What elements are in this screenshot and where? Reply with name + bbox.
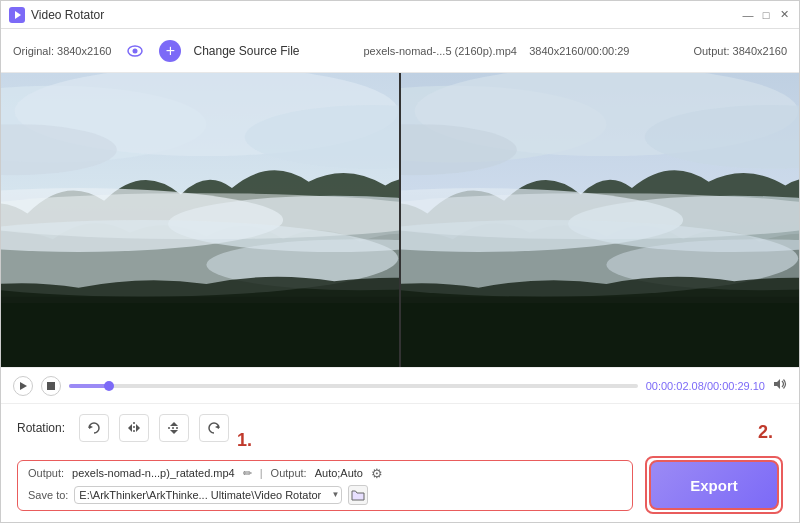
- output-filename-value: pexels-nomad-n...p)_ratated.mp4: [72, 467, 235, 479]
- svg-marker-32: [170, 422, 178, 426]
- output-format-key: Output:: [271, 467, 307, 479]
- format-settings-button[interactable]: ⚙: [371, 466, 383, 481]
- close-button[interactable]: ✕: [777, 8, 791, 22]
- rotate-left-button[interactable]: [79, 414, 109, 442]
- open-folder-button[interactable]: [348, 485, 368, 505]
- svg-marker-34: [215, 425, 219, 429]
- svg-marker-27: [89, 425, 93, 429]
- minimize-button[interactable]: —: [741, 8, 755, 22]
- save-path-wrapper: E:\ArkThinker\ArkThinke... Ultimate\Vide…: [74, 486, 342, 504]
- flip-horizontal-button[interactable]: [119, 414, 149, 442]
- toggle-visibility-button[interactable]: [123, 39, 147, 63]
- add-file-button[interactable]: +: [159, 40, 181, 62]
- original-preview-panel: [1, 73, 399, 367]
- rotate-right-button[interactable]: [199, 414, 229, 442]
- svg-marker-33: [170, 430, 178, 434]
- svg-marker-30: [136, 424, 140, 432]
- step-1-label: 1.: [237, 430, 252, 451]
- file-info: pexels-nomad-...5 (2160p).mp4 3840x2160/…: [312, 45, 682, 57]
- app-icon: [9, 7, 25, 23]
- svg-rect-24: [401, 297, 799, 367]
- title-bar-left: Video Rotator: [9, 7, 104, 23]
- play-button[interactable]: [13, 376, 33, 396]
- title-bar: Video Rotator — □ ✕: [1, 1, 799, 29]
- svg-marker-29: [128, 424, 132, 432]
- stop-button[interactable]: [41, 376, 61, 396]
- change-source-button[interactable]: Change Source File: [193, 44, 299, 58]
- main-window: Video Rotator — □ ✕ Original: 3840x2160 …: [0, 0, 800, 523]
- svg-marker-25: [20, 382, 27, 390]
- output-filename-key: Output:: [28, 467, 64, 479]
- svg-rect-13: [1, 297, 399, 367]
- output-settings-box: Output: pexels-nomad-n...p)_ratated.mp4 …: [17, 460, 633, 511]
- original-label: Original: 3840x2160: [13, 45, 111, 57]
- save-to-row: Save to: E:\ArkThinker\ArkThinke... Ulti…: [28, 485, 622, 505]
- window-controls: — □ ✕: [741, 8, 791, 22]
- output-format-value: Auto;Auto: [315, 467, 363, 479]
- save-to-key: Save to:: [28, 489, 68, 501]
- app-title: Video Rotator: [31, 8, 104, 22]
- flip-vertical-button[interactable]: [159, 414, 189, 442]
- progress-track[interactable]: [69, 384, 638, 388]
- svg-point-2: [133, 48, 138, 53]
- toolbar: Original: 3840x2160 + Change Source File…: [1, 29, 799, 73]
- rotation-controls-area: Rotation:: [1, 403, 799, 456]
- step-2-label: 2.: [758, 422, 773, 443]
- rotation-label: Rotation:: [17, 421, 65, 435]
- edit-filename-button[interactable]: ✏: [243, 467, 252, 480]
- preview-area: [1, 73, 799, 367]
- export-button[interactable]: Export: [649, 460, 779, 510]
- output-preview-panel: [401, 73, 799, 367]
- playback-bar: 00:00:02.08/00:00:29.10: [1, 367, 799, 403]
- output-filename-row: Output: pexels-nomad-n...p)_ratated.mp4 …: [28, 466, 622, 481]
- maximize-button[interactable]: □: [759, 8, 773, 22]
- volume-button[interactable]: [773, 378, 787, 393]
- output-resolution-label: Output: 3840x2160: [693, 45, 787, 57]
- bottom-area: 1. Output: pexels-nomad-n...p)_ratated.m…: [1, 456, 799, 522]
- svg-rect-26: [47, 382, 55, 390]
- rotation-row: Rotation:: [17, 414, 783, 442]
- time-display: 00:00:02.08/00:00:29.10: [646, 380, 765, 392]
- save-path-select[interactable]: E:\ArkThinker\ArkThinke... Ultimate\Vide…: [74, 486, 342, 504]
- svg-marker-0: [15, 11, 21, 19]
- export-wrapper: 2. Export: [645, 456, 783, 514]
- progress-thumb[interactable]: [104, 381, 114, 391]
